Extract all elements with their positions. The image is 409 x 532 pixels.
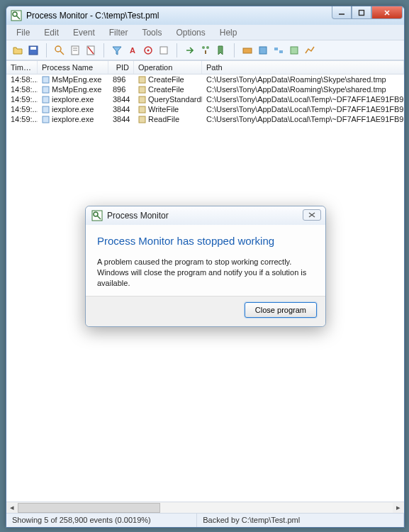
svg-rect-37 (139, 116, 145, 123)
menu-help[interactable]: Help (214, 26, 243, 39)
operation-icon (138, 96, 146, 104)
registry-activity-icon[interactable] (240, 43, 254, 57)
col-path[interactable]: Path (202, 61, 404, 74)
autoscroll-icon[interactable] (68, 43, 82, 57)
bookmark-icon[interactable] (214, 43, 228, 57)
open-icon[interactable] (11, 43, 25, 57)
svg-rect-25 (274, 48, 278, 50)
svg-point-18 (147, 49, 150, 51)
col-pid[interactable]: PID (108, 61, 134, 74)
clear-icon[interactable] (84, 43, 98, 57)
status-events: Showing 5 of 258,900 events (0.0019%) (6, 514, 197, 527)
dialog-heading: Process Monitor has stopped working (97, 235, 314, 247)
highlight-icon[interactable]: A (125, 43, 140, 57)
maximize-button[interactable] (352, 6, 371, 19)
app-icon (11, 10, 22, 21)
toolbar: A (6, 40, 404, 60)
cell-time: 14:59:... (6, 105, 38, 113)
table-row[interactable]: 14:59:...iexplore.exe3844WriteFileC:\Use… (6, 104, 404, 114)
col-process[interactable]: Process Name (38, 61, 108, 74)
svg-rect-19 (160, 47, 167, 54)
cell-pid: 3844 (108, 115, 134, 123)
cell-process: iexplore.exe (38, 95, 108, 104)
table-row[interactable]: 14:59:...iexplore.exe3844ReadFileC:\User… (6, 114, 404, 124)
scroll-left-icon[interactable]: ◂ (6, 503, 18, 513)
filter-icon[interactable] (110, 43, 124, 57)
cell-time: 14:59:... (6, 95, 38, 104)
cell-path: C:\Users\Tony\AppData\Roaming\Skype\shar… (202, 75, 404, 84)
scroll-thumb[interactable] (18, 503, 160, 513)
close-button[interactable] (371, 6, 403, 19)
svg-point-20 (202, 46, 205, 49)
svg-rect-33 (139, 96, 145, 103)
svg-point-9 (55, 46, 61, 52)
scroll-right-icon[interactable]: ▸ (393, 503, 404, 513)
svg-rect-30 (43, 87, 49, 93)
separator (103, 43, 104, 57)
operation-icon (138, 86, 146, 94)
horizontal-scrollbar[interactable]: ◂ ▸ (6, 501, 404, 513)
cell-operation: QueryStandardI... (134, 95, 202, 104)
window-title: Process Monitor - C:\temp\Test.pml (26, 11, 159, 21)
dialog-body: Process Monitor has stopped working A pr… (86, 225, 325, 296)
error-dialog: Process Monitor Process Monitor has stop… (85, 206, 326, 327)
include-icon[interactable] (141, 43, 155, 57)
table-row[interactable]: 14:58:...MsMpEng.exe896CreateFileC:\User… (6, 84, 404, 94)
menu-tools[interactable]: Tools (136, 26, 167, 39)
file-activity-icon[interactable] (256, 43, 270, 57)
table-row[interactable]: 14:59:...iexplore.exe3844QueryStandardI.… (6, 94, 404, 104)
svg-line-10 (60, 51, 64, 55)
cell-operation: CreateFile (134, 85, 202, 94)
dialog-description: A problem caused the program to stop wor… (97, 257, 314, 289)
process-icon (42, 106, 50, 113)
find-icon[interactable] (157, 43, 171, 57)
process-activity-icon[interactable] (287, 43, 301, 57)
dialog-app-icon (91, 210, 103, 221)
svg-text:A: A (130, 46, 135, 55)
grid-header: Time ... Process Name PID Operation Path (6, 61, 404, 74)
operation-icon (138, 76, 146, 84)
cell-time: 14:58:... (6, 85, 38, 94)
close-program-button[interactable]: Close program (245, 302, 317, 318)
statusbar: Showing 5 of 258,900 events (0.0019%) Ba… (6, 513, 404, 527)
menu-edit[interactable]: Edit (38, 26, 65, 39)
cell-operation: ReadFile (134, 115, 202, 123)
cell-operation: CreateFile (134, 75, 202, 84)
cell-pid: 896 (108, 85, 134, 94)
profiling-icon[interactable] (303, 43, 317, 57)
svg-rect-31 (139, 87, 145, 93)
jump-icon[interactable] (183, 43, 197, 57)
minimize-button[interactable] (332, 6, 352, 19)
cell-path: C:\Users\Tony\AppData\Local\Temp\~DF7AFF… (202, 105, 404, 113)
tree-icon[interactable] (198, 43, 213, 57)
svg-rect-36 (43, 116, 49, 123)
menubar: File Edit Event Filter Tools Options Hel… (6, 25, 404, 40)
cell-path: C:\Users\Tony\AppData\Local\Temp\~DF7AFF… (202, 95, 404, 104)
col-time[interactable]: Time ... (6, 61, 38, 74)
operation-icon (138, 106, 146, 113)
svg-rect-24 (259, 47, 267, 54)
menu-filter[interactable]: Filter (103, 26, 134, 39)
cell-process: iexplore.exe (38, 105, 108, 113)
cell-pid: 896 (108, 75, 134, 84)
menu-file[interactable]: File (11, 26, 35, 39)
cell-pid: 3844 (108, 105, 134, 113)
scroll-track[interactable] (18, 503, 393, 513)
col-operation[interactable]: Operation (134, 61, 202, 74)
titlebar[interactable]: Process Monitor - C:\temp\Test.pml (6, 6, 404, 25)
svg-rect-26 (279, 50, 283, 53)
cell-path: C:\Users\Tony\AppData\Roaming\Skype\shar… (202, 85, 404, 94)
cell-time: 14:58:... (6, 75, 38, 84)
status-backing: Backed by C:\temp\Test.pml (197, 514, 404, 527)
table-row[interactable]: 14:58:...MsMpEng.exe896CreateFileC:\User… (6, 74, 404, 84)
dialog-titlebar[interactable]: Process Monitor (86, 206, 325, 225)
dialog-buttons: Close program (86, 296, 325, 326)
capture-icon[interactable] (52, 43, 67, 57)
menu-options[interactable]: Options (170, 26, 211, 39)
network-activity-icon[interactable] (271, 43, 286, 57)
separator (177, 43, 177, 57)
dialog-close-button[interactable] (303, 209, 321, 221)
menu-event[interactable]: Event (67, 26, 101, 39)
window-controls (332, 6, 403, 19)
save-icon[interactable] (26, 43, 40, 57)
